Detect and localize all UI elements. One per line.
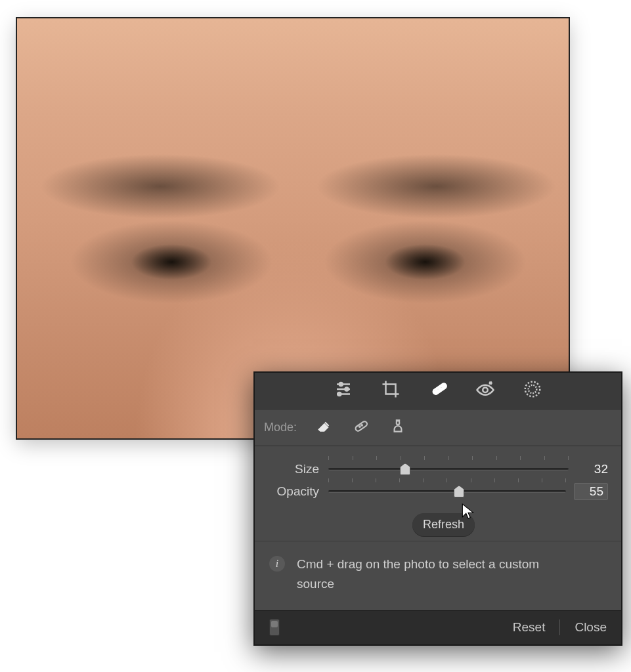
info-icon: i [269, 556, 285, 572]
red-eye-icon [475, 379, 495, 402]
slider-ticks [328, 456, 569, 460]
clone-mode-button[interactable] [386, 416, 410, 440]
svg-point-5 [337, 392, 341, 396]
tool-strip [255, 373, 621, 410]
hint-text: Cmd + drag on the photo to select a cust… [297, 555, 559, 595]
clone-stamp-icon [389, 417, 406, 438]
size-value[interactable]: 32 [569, 462, 608, 476]
svg-point-10 [483, 388, 488, 393]
size-slider[interactable] [328, 461, 569, 477]
eraser-mode-button[interactable] [313, 416, 336, 440]
heal-mode-button[interactable] [349, 416, 373, 440]
sliders-area: Size 32 Opacity 55 [255, 446, 621, 508]
svg-point-13 [525, 382, 540, 397]
radial-filter-icon [523, 379, 542, 402]
svg-rect-18 [397, 421, 399, 424]
opacity-slider-thumb[interactable] [454, 486, 464, 497]
size-slider-label: Size [268, 462, 328, 476]
adjust-sliders-icon [334, 379, 353, 402]
healing-panel: Mode: Size 32 Op [253, 371, 622, 646]
size-slider-thumb[interactable] [400, 463, 410, 475]
refresh-tooltip: Refresh [412, 513, 475, 536]
svg-point-14 [529, 385, 537, 394]
radial-filter-tool[interactable] [521, 379, 544, 403]
svg-point-17 [361, 425, 362, 426]
eraser-icon [316, 417, 333, 438]
red-eye-tool[interactable] [473, 379, 497, 403]
opacity-slider-label: Opacity [268, 484, 328, 499]
panel-toggle-switch[interactable] [269, 619, 280, 636]
crop-icon [381, 379, 401, 402]
svg-point-7 [434, 390, 436, 392]
hint-area: i Cmd + drag on the photo to select a cu… [255, 541, 621, 610]
mode-row: Mode: [255, 410, 621, 446]
opacity-value[interactable]: 55 [574, 483, 608, 500]
healing-brush-tool[interactable] [426, 379, 450, 403]
svg-point-4 [345, 388, 349, 391]
adjust-sliders-tool[interactable] [332, 379, 355, 403]
close-button[interactable]: Close [575, 620, 607, 635]
svg-point-8 [437, 388, 439, 390]
opacity-slider-row: Opacity 55 [268, 480, 608, 503]
refresh-row: Refresh [255, 508, 621, 541]
svg-point-3 [339, 383, 343, 386]
svg-point-16 [359, 426, 360, 427]
panel-footer: Reset Close [255, 610, 621, 644]
reset-button[interactable]: Reset [513, 620, 546, 635]
mode-label: Mode: [264, 421, 297, 434]
svg-point-9 [441, 387, 443, 388]
footer-divider [559, 620, 560, 635]
healing-brush-icon [428, 379, 448, 402]
crop-tool[interactable] [379, 379, 403, 403]
opacity-slider[interactable] [328, 484, 566, 499]
size-slider-row: Size 32 [268, 458, 608, 480]
bandage-icon [353, 417, 370, 438]
